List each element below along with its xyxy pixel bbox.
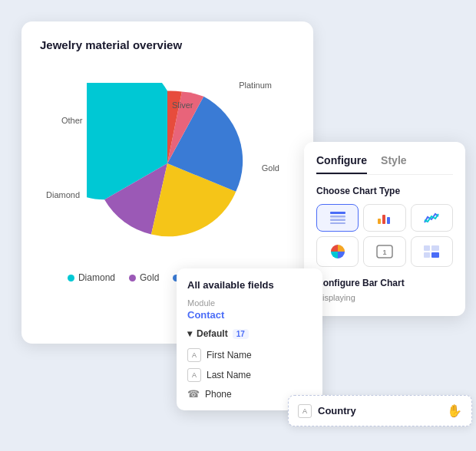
chart-type-grid: 1 [316, 204, 453, 267]
numeric-chart-icon: 1 [376, 245, 393, 258]
legend-dot-diamond [68, 275, 74, 281]
label-diamond: Diamond [46, 190, 80, 199]
field-label-lastname: Last Name [207, 370, 251, 380]
svg-rect-6 [387, 217, 390, 224]
chart-type-table[interactable] [316, 204, 359, 232]
country-field-icon: A [298, 404, 312, 418]
field-label-phone: Phone [205, 389, 232, 400]
svg-rect-5 [382, 215, 385, 224]
pie-area: Sliver Platinum Gold Other Diamond [40, 64, 295, 263]
config-tabs: Configure Style [316, 154, 453, 175]
fields-panel-title: All available fields [187, 279, 312, 291]
svg-rect-12 [424, 252, 430, 258]
bar-chart-icon [376, 211, 393, 225]
chart-title: Jewelry material overview [40, 38, 295, 51]
fields-section-header: ▾ Default 17 [187, 328, 312, 339]
field-row-lastname[interactable]: A Last Name [187, 365, 312, 385]
country-label: Country [318, 405, 441, 416]
svg-rect-13 [431, 252, 439, 258]
legend-diamond: Diamond [68, 272, 115, 283]
line-chart-icon [423, 211, 440, 225]
default-section-label: Default [197, 328, 228, 339]
label-gold: Gold [262, 163, 279, 173]
grid-chart-icon [423, 245, 440, 258]
default-count-badge: 17 [233, 329, 249, 339]
chevron-down-icon: ▾ [187, 328, 192, 339]
config-panel: Configure Style Choose Chart Type [304, 142, 465, 316]
drag-handle-icon[interactable]: ✋ [447, 403, 462, 418]
label-other: Other [61, 116, 83, 125]
svg-rect-3 [330, 222, 345, 224]
choose-chart-type-label: Choose Chart Type [316, 186, 453, 196]
legend-dot-gold [129, 275, 136, 281]
svg-rect-0 [330, 212, 345, 214]
module-value[interactable]: Contact [187, 309, 312, 321]
chart-type-numeric[interactable]: 1 [363, 236, 405, 267]
legend-label-gold: Gold [140, 272, 159, 283]
field-icon-lastname: A [187, 368, 201, 382]
svg-rect-1 [330, 216, 345, 218]
chart-type-grid[interactable] [411, 236, 453, 267]
pie-chart-svg [87, 83, 248, 244]
field-label-firstname: First Name [207, 350, 252, 360]
module-label: Module [187, 298, 312, 308]
chart-type-bar[interactable] [363, 204, 405, 232]
chart-type-pie[interactable] [316, 236, 359, 267]
svg-rect-10 [424, 245, 430, 251]
svg-rect-11 [431, 245, 439, 251]
pie-chart-icon [329, 243, 346, 260]
table-chart-icon [329, 211, 346, 225]
displaying-country-row[interactable]: A Country ✋ [288, 395, 472, 426]
tab-style[interactable]: Style [381, 154, 406, 174]
svg-rect-2 [330, 219, 345, 222]
phone-icon: ☎ [187, 388, 200, 400]
field-icon-firstname: A [187, 348, 201, 362]
displaying-label: Displaying [316, 293, 453, 302]
fields-panel: All available fields Module Contact ▾ De… [177, 268, 322, 410]
field-row-firstname[interactable]: A First Name [187, 345, 312, 365]
configure-bar-chart-label: Configure Bar Chart [316, 278, 453, 288]
svg-text:1: 1 [382, 249, 386, 256]
svg-rect-4 [378, 219, 381, 224]
legend-gold: Gold [129, 272, 159, 283]
chart-type-line[interactable] [411, 204, 453, 232]
tab-configure[interactable]: Configure [316, 154, 367, 174]
legend-label-diamond: Diamond [78, 272, 115, 283]
